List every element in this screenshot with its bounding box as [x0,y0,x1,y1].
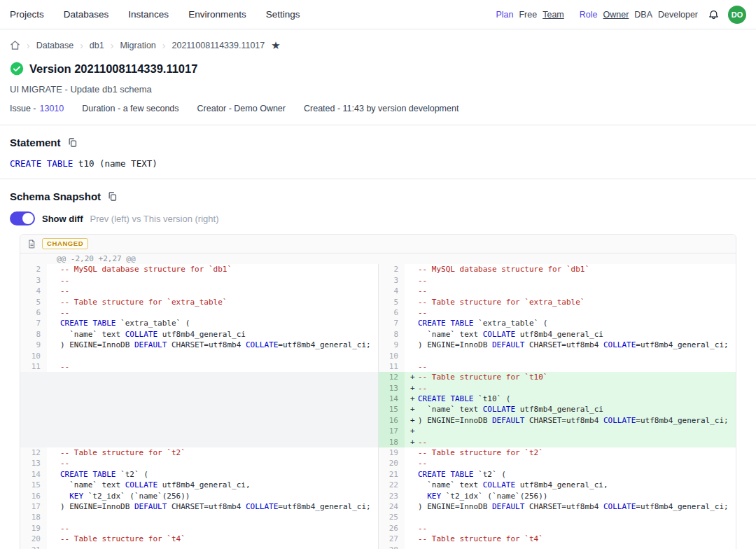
diff-viewer: @@ -2,20 +2,27 @@ 2-- MySQL database str… [20,253,736,549]
diff-line-number: 18 [378,437,405,447]
nav-item-databases[interactable]: Databases [64,9,109,20]
diff-line-number: 3 [378,275,405,286]
avatar[interactable]: DO [728,6,746,24]
favorite-star-icon[interactable]: ★ [271,40,280,50]
diff-row: 13+-- [20,383,736,394]
diff-line-code: -- Table structure for `extra_table` [47,297,378,307]
diff-line-number: 19 [20,523,47,534]
diff-line-code [47,426,378,436]
diff-line-number: 8 [378,329,405,340]
diff-line-code: `name` text COLLATE utf8mb4_general_ci, [47,480,378,490]
diff-line-code: KEY `t2_idx` (`name`(256)) [405,491,736,501]
diff-row: 1010 [20,351,736,361]
diff-line-code: +-- [405,437,736,447]
diff-panel-header: CHANGED [20,235,736,253]
diff-line-number: 8 [20,329,47,340]
diff-line-number: 21 [20,545,47,549]
diff-line-number: 5 [378,297,405,307]
diff-hint-text: Prev (left) vs This version (right) [90,214,219,224]
plan-team-link[interactable]: Team [542,10,564,20]
role-developer[interactable]: Developer [658,10,698,20]
diff-line-number: 28 [378,545,405,549]
diff-row: 21--28-- [20,545,736,549]
diff-row: 1825 [20,512,736,522]
diff-line-number [20,394,47,404]
diff-line-number: 9 [378,340,405,350]
diff-line-code: `name` text COLLATE utf8mb4_general_ci, [405,480,736,490]
diff-line-code: -- [405,458,736,468]
show-diff-toggle[interactable] [10,211,35,225]
copy-snapshot-icon[interactable] [107,191,118,202]
diff-line-code: -- [405,523,736,534]
diff-row: 19--26-- [20,523,736,534]
breadcrumb-database[interactable]: Database [36,41,74,50]
diff-line-code: `name` text COLLATE utf8mb4_general_ci [405,329,736,340]
diff-line-code: -- [47,275,378,286]
diff-line-code: ) ENGINE=InnoDB DEFAULT CHARSET=utf8mb4 … [47,340,378,350]
diff-line-code: CREATE TABLE `t2` ( [47,469,378,480]
diff-line-code: -- [405,545,736,549]
notification-bell-icon[interactable] [708,8,720,20]
diff-row: 17+ [20,426,736,436]
copy-statement-icon[interactable] [67,137,78,148]
diff-line-number: 2 [378,264,405,274]
nav-item-instances[interactable]: Instances [128,9,169,20]
diff-row: 13--20-- [20,458,736,468]
diff-line-code: CREATE TABLE `t2` ( [405,469,736,480]
migration-subtitle: UI MIGRATE - Update db1 schema [10,84,746,95]
breadcrumb-separator: › [80,41,83,50]
diff-line-number: 23 [378,491,405,501]
diff-line-code [405,351,736,361]
diff-line-number: 27 [378,534,405,544]
issue-meta: Issue - 13010 [10,104,64,113]
role-dba[interactable]: DBA [634,10,652,20]
diff-line-number: 26 [378,523,405,534]
home-icon[interactable] [10,40,20,50]
diff-line-code [47,512,378,522]
diff-row: 18+-- [20,437,736,447]
issue-link[interactable]: 13010 [40,104,64,113]
diff-line-number: 20 [20,534,47,544]
breadcrumb-migration[interactable]: Migration [120,41,155,50]
diff-line-number: 16 [378,415,405,426]
version-header: Version 20211008114339.11017 [10,62,746,76]
nav-item-environments[interactable]: Environments [188,9,246,20]
diff-row: 20-- Table structure for `t4`27-- Table … [20,534,736,544]
show-diff-label: Show diff [42,214,83,224]
created-meta: Created - 11:43 by version development [304,104,458,113]
diff-line-code: ) ENGINE=InnoDB DEFAULT CHARSET=utf8mb4 … [405,501,736,512]
diff-line-number: 16 [20,491,47,501]
diff-line-code: -- [405,275,736,286]
diff-line-code: -- [47,361,378,372]
diff-line-number: 9 [20,340,47,350]
diff-line-code: + [405,426,736,436]
plan-value: Free [519,10,537,20]
diff-line-code: -- Table structure for `t2` [405,447,736,458]
diff-row: 5-- Table structure for `extra_table`5--… [20,297,736,307]
breadcrumb: › Database › db1 › Migration › 202110081… [10,40,746,50]
diff-line-number: 12 [378,372,405,382]
breadcrumb-version[interactable]: 20211008114339.11017 [172,41,265,50]
nav-item-settings[interactable]: Settings [266,9,300,20]
diff-line-code: +) ENGINE=InnoDB DEFAULT CHARSET=utf8mb4… [405,415,736,426]
diff-line-code [47,394,378,404]
diff-line-number [20,372,47,382]
diff-row: 12-- Table structure for `t2`19-- Table … [20,447,736,458]
diff-line-code [47,437,378,447]
role-owner-link[interactable]: Owner [603,10,629,20]
diff-line-code: -- MySQL database structure for `db1` [405,264,736,274]
breadcrumb-db1[interactable]: db1 [90,41,104,50]
diff-row: 11--11-- [20,361,736,372]
diff-line-number [20,404,47,415]
diff-row: 14CREATE TABLE `t2` (21CREATE TABLE `t2`… [20,469,736,480]
creator-meta: Creator - Demo Owner [197,104,286,113]
changed-badge: CHANGED [42,238,88,249]
diff-line-number: 17 [378,426,405,436]
diff-line-code: -- [47,307,378,318]
diff-line-number [20,415,47,426]
diff-row: 15 `name` text COLLATE utf8mb4_general_c… [20,480,736,490]
diff-line-code: -- [405,286,736,296]
meta-row: Issue - 13010 Duration - a few seconds C… [10,104,746,113]
diff-line-code: -- Table structure for `extra_table` [405,297,736,307]
nav-item-projects[interactable]: Projects [10,9,44,20]
